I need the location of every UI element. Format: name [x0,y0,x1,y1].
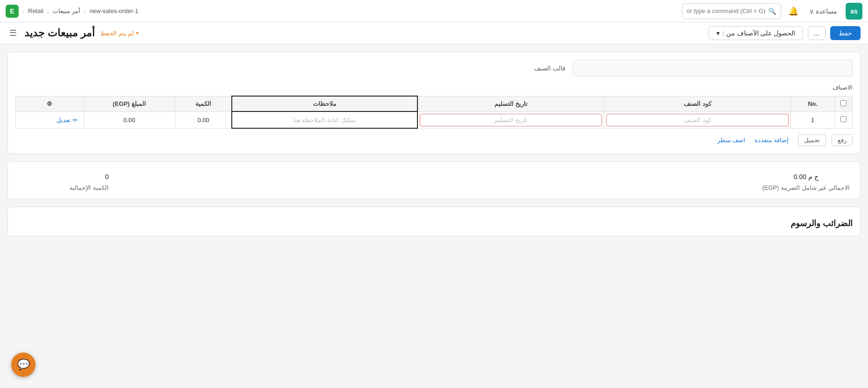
totals-row: ج م 0.00 الاجمالي غير شامل الضريبة (EGP)… [15,173,853,191]
total-quantity-label: الكمية الإجمالية [15,184,109,191]
row-quantity: 0.00 [175,111,232,128]
row-product-code-cell[interactable] [604,111,791,128]
breadcrumb-sales-order: أمر مبيعات [53,7,80,14]
search-bar[interactable]: 🔍 [682,3,781,19]
col-header-no: .No [791,96,834,111]
row-no: 1 [791,111,834,128]
items-section-label: الاصناف [15,84,853,91]
total-quantity-value: 0 [15,173,109,180]
row-checkbox[interactable] [840,116,847,122]
topnav-left: as مساعدة ∨ 🔔 🔍 [682,3,862,20]
row-amount: 0.00 [83,111,175,128]
subtotal-block: ج م 0.00 الاجمالي غير شامل الضريبة (EGP) [759,173,853,191]
subtotal-label: الاجمالي غير شامل الضريبة (EGP) [759,184,853,191]
col-header-notes: ملاحظات [232,96,417,111]
toolbar: حفظ ... الحصول على الأصناف من : ▾ لم يتم… [0,22,868,44]
taxes-card: الضرائب والرسوم [7,207,861,236]
breadcrumb: new-sales-order-1 ، أمر مبيعات ، Retail … [6,5,139,18]
table-row: 1 0.00 0.00 ✏ تعديل [16,111,853,128]
not-saved-status: لم يتم الحفظ [100,29,139,37]
edit-icon: ✏ [73,117,78,124]
notes-input[interactable] [234,114,415,126]
row-notes-cell[interactable] [232,111,417,128]
notification-bell-icon[interactable]: 🔔 [786,4,801,19]
col-header-amount: المبلغ (EGP) [83,96,175,111]
row-edit-cell[interactable]: ✏ تعديل [16,111,84,128]
product-code-input[interactable] [606,114,789,126]
download-button[interactable]: تحميل [798,134,826,146]
help-label: مساعدة [816,7,837,15]
upload-button[interactable]: رفع [832,134,853,146]
breadcrumb-order-id: new-sales-order-1 [90,7,139,14]
add-multiple-button[interactable]: إضافة متعددة [751,135,792,146]
table-actions: رفع تحميل إضافة متعددة اضف سطر [15,134,853,146]
row-checkbox-cell[interactable] [835,111,853,128]
dropdown-icon: ▾ [716,29,720,37]
add-line-button[interactable]: اضف سطر [717,135,746,146]
breadcrumb-retail: Retail [28,7,43,14]
avatar[interactable]: as [846,3,862,20]
total-quantity-block: 0 الكمية الإجمالية [15,173,109,191]
edit-link[interactable]: ✏ تعديل [21,117,78,124]
template-label: قالب الصنف [528,65,565,72]
page-title: أمر مبيعات جديد [24,27,95,39]
checkbox-header[interactable] [835,96,853,111]
delivery-date-input[interactable] [420,114,602,126]
help-button[interactable]: مساعدة ∨ [806,6,841,17]
search-input[interactable] [687,7,765,14]
totals-card: ج م 0.00 الاجمالي غير شامل الضريبة (EGP)… [7,161,861,199]
menu-icon[interactable]: ☰ [7,26,19,40]
col-header-product-code: كود الصنف [604,96,791,111]
main-card: قالب الصنف الاصناف .No كود الصنف تاريخ ا… [7,52,861,154]
template-row: قالب الصنف [15,60,853,76]
template-field[interactable] [573,60,853,76]
select-all-checkbox[interactable] [840,100,847,106]
topnav: as مساعدة ∨ 🔔 🔍 new-sales-order-1 ، أمر … [0,0,868,22]
items-table: .No كود الصنف تاريخ التسليم ملاحظات الكم… [15,96,853,129]
app-badge[interactable]: E [6,5,19,18]
row-delivery-date-cell[interactable] [417,111,604,128]
toolbar-right: لم يتم الحفظ أمر مبيعات جديد ☰ [7,26,139,40]
get-items-button[interactable]: الحصول على الأصناف من : ▾ [708,26,803,40]
more-options-button[interactable]: ... [808,26,826,40]
search-icon: 🔍 [768,7,776,15]
main-content: قالب الصنف الاصناف .No كود الصنف تاريخ ا… [0,44,868,251]
col-header-delivery-date: تاريخ التسليم [417,96,604,111]
save-button[interactable]: حفظ [830,26,861,40]
edit-label: تعديل [56,117,71,124]
get-items-label: الحصول على الأصناف من : [722,29,795,37]
subtotal-value: ج م 0.00 [759,173,853,180]
taxes-title: الضرائب والرسوم [15,218,853,229]
col-header-settings: ⚙ [16,96,84,111]
col-header-quantity: الكمية [175,96,232,111]
chevron-down-icon: ∨ [809,7,814,15]
